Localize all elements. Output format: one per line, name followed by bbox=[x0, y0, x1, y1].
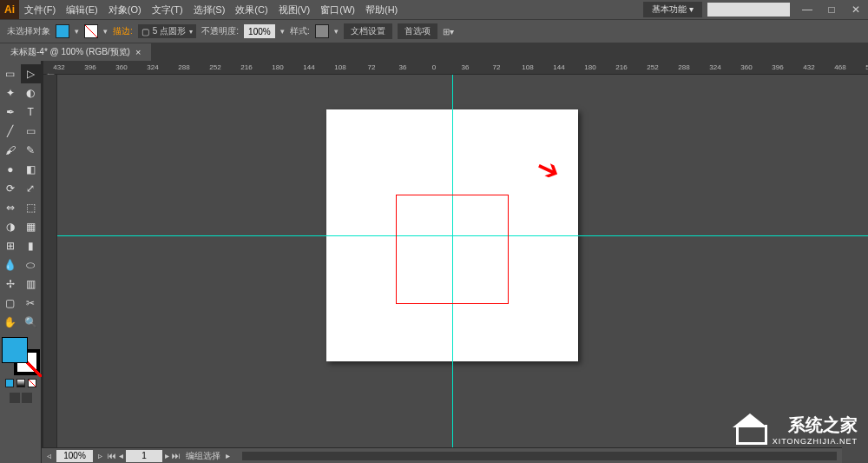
document-tab-title: 未标题-4* @ 100% (RGB/预览) bbox=[10, 46, 130, 58]
width-tool[interactable]: ⇔ bbox=[0, 198, 21, 217]
stroke-dropdown-icon[interactable]: ▾ bbox=[103, 27, 108, 36]
direct-selection-tool[interactable]: ▷ bbox=[21, 64, 42, 83]
fill-swatch[interactable] bbox=[56, 24, 69, 38]
style-label: 样式: bbox=[290, 25, 310, 37]
zoom-input[interactable] bbox=[56, 450, 93, 462]
canvas-area: 4323963603242882522161801441087236036721… bbox=[43, 61, 868, 463]
graph-tool[interactable]: ▥ bbox=[21, 274, 42, 294]
pencil-tool[interactable]: ✎ bbox=[21, 141, 42, 160]
fill-dropdown-icon[interactable]: ▾ bbox=[75, 27, 79, 36]
hand-tool[interactable]: ✋ bbox=[0, 313, 21, 332]
toolbox: ▭▷ ✦◐ ✒T ╱▭ 🖌✎ ●◧ ⟳⤢ ⇔⬚ ◑▦ ⊞▮ 💧⬭ ✢▥ ▢✂ ✋… bbox=[0, 61, 42, 463]
artboard-tool[interactable]: ▢ bbox=[0, 294, 21, 313]
eyedropper-tool[interactable]: 💧 bbox=[0, 255, 21, 274]
menu-effect[interactable]: 效果(C) bbox=[230, 3, 273, 17]
maximize-icon[interactable]: □ bbox=[819, 2, 844, 17]
selection-tool[interactable]: ▭ bbox=[0, 64, 21, 83]
zoom-tool[interactable]: 🔍 bbox=[21, 313, 42, 332]
red-rectangle-shape[interactable] bbox=[396, 195, 509, 304]
rectangle-tool[interactable]: ▭ bbox=[21, 122, 42, 141]
mesh-tool[interactable]: ⊞ bbox=[0, 236, 21, 255]
workspace-switcher[interactable]: 基本功能 ▾ bbox=[643, 2, 702, 17]
menu-object[interactable]: 对象(O) bbox=[103, 3, 147, 17]
prev-artboard-icon[interactable]: ◂ bbox=[119, 451, 123, 460]
menu-bar: Ai 文件(F) 编辑(E) 对象(O) 文字(T) 选择(S) 效果(C) 视… bbox=[0, 0, 868, 19]
paintbrush-tool[interactable]: 🖌 bbox=[0, 141, 21, 160]
canvas[interactable]: ➔ bbox=[57, 75, 868, 463]
symbol-sprayer-tool[interactable]: ✢ bbox=[0, 274, 21, 294]
scale-tool[interactable]: ⤢ bbox=[21, 179, 42, 198]
document-setup-button[interactable]: 文档设置 bbox=[344, 23, 392, 39]
opacity-input[interactable] bbox=[244, 24, 275, 38]
stroke-swatch-none[interactable] bbox=[84, 24, 98, 38]
close-icon[interactable]: ✕ bbox=[844, 2, 868, 17]
blend-tool[interactable]: ⬭ bbox=[21, 255, 42, 274]
opacity-dropdown-icon[interactable]: ▾ bbox=[280, 27, 285, 36]
menu-window[interactable]: 窗口(W) bbox=[315, 3, 360, 17]
control-bar: 未选择对象 ▾ ▾ 描边: ▢5 点圆形▾ 不透明度: ▾ 样式: ▾ 文档设置… bbox=[0, 19, 868, 43]
screen-mode-icons[interactable] bbox=[0, 393, 41, 403]
preferences-button[interactable]: 首选项 bbox=[398, 23, 437, 39]
minimize-icon[interactable]: — bbox=[795, 2, 819, 17]
artboard-nav: ⏮ ◂ ▸ ⏭ bbox=[108, 450, 181, 462]
line-tool[interactable]: ╱ bbox=[0, 122, 21, 141]
first-artboard-icon[interactable]: ⏮ bbox=[108, 451, 116, 460]
document-tab[interactable]: 未标题-4* @ 100% (RGB/预览) × bbox=[0, 43, 151, 61]
color-mode-switches[interactable] bbox=[0, 379, 41, 387]
menu-select[interactable]: 选择(S) bbox=[188, 3, 231, 17]
stroke-label: 描边: bbox=[113, 25, 133, 37]
fill-color-icon[interactable] bbox=[2, 337, 28, 363]
free-transform-tool[interactable]: ⬚ bbox=[21, 198, 42, 217]
zoom-in-icon[interactable]: ▹ bbox=[98, 451, 102, 460]
fill-stroke-control[interactable] bbox=[2, 337, 40, 375]
watermark-title: 系统之家 bbox=[773, 413, 858, 437]
menu-help[interactable]: 帮助(H) bbox=[360, 3, 403, 17]
watermark-house-icon bbox=[733, 413, 767, 445]
style-dropdown-icon[interactable]: ▾ bbox=[334, 27, 339, 36]
status-tool-label: 编组选择 bbox=[186, 450, 220, 462]
align-icon[interactable]: ⊞▾ bbox=[443, 27, 454, 36]
perspective-tool[interactable]: ▦ bbox=[21, 217, 42, 236]
status-bar: ◃ ▹ ⏮ ◂ ▸ ⏭ 编组选择 ▸ bbox=[42, 447, 842, 463]
slice-tool[interactable]: ✂ bbox=[21, 294, 42, 313]
eraser-tool[interactable]: ◧ bbox=[21, 160, 42, 179]
ruler-horizontal[interactable]: 4323963603242882522161801441087236036721… bbox=[43, 61, 868, 75]
rotate-tool[interactable]: ⟳ bbox=[0, 179, 21, 198]
horizontal-scrollbar[interactable] bbox=[242, 452, 837, 460]
shape-builder-tool[interactable]: ◑ bbox=[0, 217, 21, 236]
zoom-out-icon[interactable]: ◃ bbox=[47, 451, 51, 460]
stroke-weight-field[interactable]: ▢5 点圆形▾ bbox=[138, 24, 196, 38]
lasso-tool[interactable]: ◐ bbox=[21, 83, 42, 103]
last-artboard-icon[interactable]: ⏭ bbox=[172, 451, 181, 460]
style-swatch[interactable] bbox=[315, 24, 329, 38]
menu-type[interactable]: 文字(T) bbox=[147, 3, 188, 17]
artboard-number-input[interactable] bbox=[126, 450, 162, 462]
watermark-url: XITONGZHIJIA.NET bbox=[773, 437, 858, 446]
menu-view[interactable]: 视图(V) bbox=[273, 3, 316, 17]
ruler-vertical[interactable] bbox=[43, 75, 57, 463]
search-input[interactable] bbox=[707, 3, 790, 17]
watermark: 系统之家 XITONGZHIJIA.NET bbox=[773, 413, 858, 446]
selection-label: 未选择对象 bbox=[7, 25, 50, 37]
pen-tool[interactable]: ✒ bbox=[0, 103, 21, 122]
app-logo-icon: Ai bbox=[0, 0, 19, 19]
menu-edit[interactable]: 编辑(E) bbox=[61, 3, 103, 17]
blob-brush-tool[interactable]: ● bbox=[0, 160, 21, 179]
document-tabs: 未标题-4* @ 100% (RGB/预览) × bbox=[0, 43, 868, 61]
status-dropdown-icon[interactable]: ▸ bbox=[226, 451, 230, 460]
next-artboard-icon[interactable]: ▸ bbox=[165, 451, 169, 460]
magic-wand-tool[interactable]: ✦ bbox=[0, 83, 21, 103]
menu-file[interactable]: 文件(F) bbox=[19, 3, 61, 17]
opacity-label: 不透明度: bbox=[201, 25, 239, 37]
type-tool[interactable]: T bbox=[21, 103, 42, 122]
tab-close-icon[interactable]: × bbox=[135, 47, 141, 57]
gradient-tool[interactable]: ▮ bbox=[21, 236, 42, 255]
